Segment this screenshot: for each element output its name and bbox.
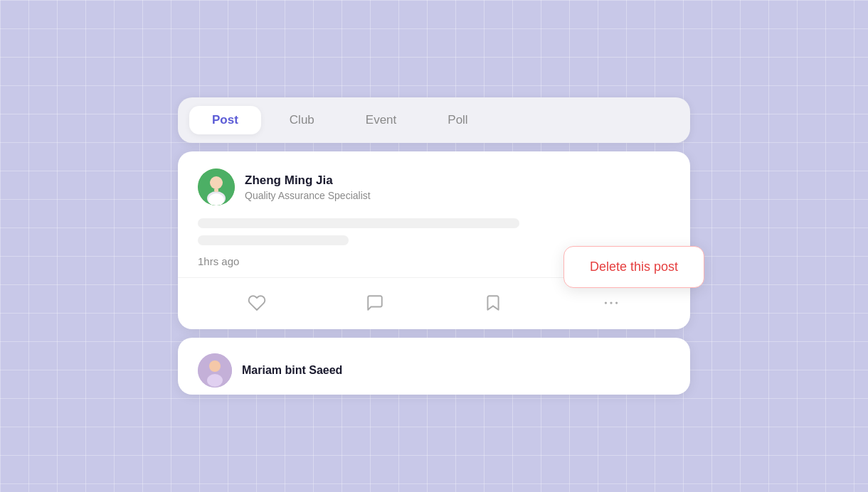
app-container: Post Club Event Poll — [178, 97, 690, 395]
delete-popup[interactable]: Delete this post — [563, 246, 704, 288]
svg-point-5 — [605, 301, 607, 304]
second-post-author: Mariam bint Saeed — [198, 353, 670, 387]
post-card: Zheng Ming Jia Quality Assurance Special… — [178, 151, 690, 329]
post-content — [198, 218, 670, 245]
svg-point-10 — [207, 374, 223, 387]
more-button[interactable] — [552, 289, 670, 316]
tab-club[interactable]: Club — [267, 106, 337, 134]
tab-poll[interactable]: Poll — [425, 106, 490, 134]
post-author: Zheng Ming Jia Quality Assurance Special… — [198, 169, 670, 205]
author-name: Zheng Ming Jia — [245, 173, 371, 188]
svg-point-1 — [210, 176, 223, 189]
content-line-1 — [198, 218, 519, 228]
tabs-card: Post Club Event Poll — [178, 97, 690, 143]
svg-point-6 — [610, 301, 612, 304]
svg-point-7 — [615, 301, 618, 304]
author-role: Quality Assurance Specialist — [245, 190, 371, 201]
content-line-2 — [198, 235, 349, 245]
author-info: Zheng Ming Jia Quality Assurance Special… — [245, 173, 371, 201]
comment-button[interactable] — [316, 289, 434, 316]
second-post-author-name: Mariam bint Saeed — [242, 364, 342, 376]
avatar — [198, 169, 235, 205]
second-post-card: Mariam bint Saeed — [178, 338, 690, 395]
svg-rect-4 — [214, 188, 218, 192]
delete-popup-label: Delete this post — [590, 260, 678, 274]
bookmark-button[interactable] — [434, 289, 552, 316]
second-post-author-info: Mariam bint Saeed — [242, 364, 342, 377]
tab-event[interactable]: Event — [343, 106, 419, 134]
like-button[interactable] — [198, 289, 316, 316]
svg-point-9 — [209, 360, 221, 372]
tab-post[interactable]: Post — [189, 106, 261, 134]
second-post-avatar — [198, 353, 232, 387]
